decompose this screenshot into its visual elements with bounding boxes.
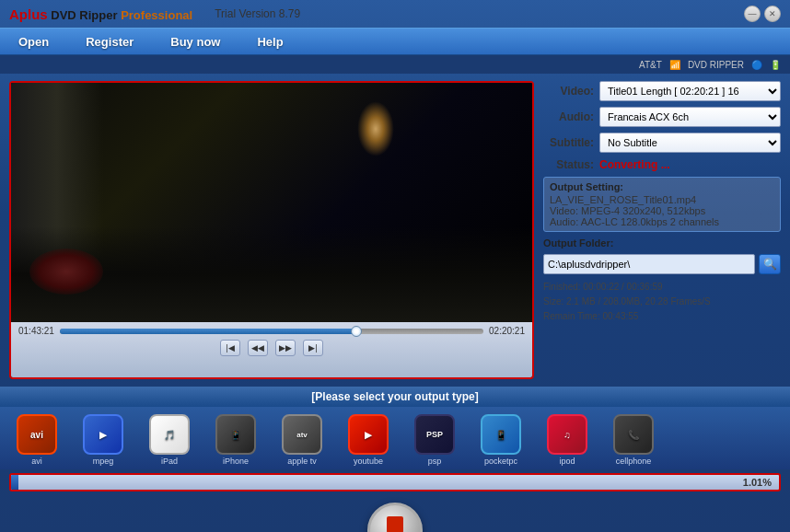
video-screen [11,83,532,322]
remain-stat: Remain Time: 00:43:55 [543,309,781,324]
progress-percent: 1.01% [743,477,772,488]
rewind-button[interactable]: ◀◀ [248,340,268,356]
video-progress-track[interactable] [60,329,483,334]
output-icons-row: avi avi ▶ mpeg 🎵 iPad 📱 iPhone atv apple… [0,407,790,469]
output-type-label: [Please select your output type] [311,390,478,403]
output-filename: LA_VIE_EN_ROSE_Title01.mp4 [550,194,774,205]
video-progress-thumb[interactable] [351,326,362,337]
output-icon-youtube[interactable]: ▶ youtube [341,414,396,466]
output-setting-title: Output Setting: [550,181,774,192]
output-folder-row: 🔍 [543,254,781,274]
progress-area: 1.01% [9,473,781,492]
subtitle-label: Subtitle: [543,136,594,149]
video-panel: 01:43:21 02:20:21 |◀ ◀◀ ▶▶ ▶| [9,81,534,379]
menu-help[interactable]: Help [257,35,283,49]
mpeg-label: mpeg [93,457,114,466]
scene-flowers [29,249,103,295]
output-setting-box: Output Setting: LA_VIE_EN_ROSE_Title01.m… [543,177,781,232]
output-icon-ipod[interactable]: ♫ ipod [540,414,595,466]
pocketpc-label: pocketpc [484,457,517,466]
subtitle-select[interactable]: No Subtitle [599,133,781,153]
output-icon-appletv[interactable]: atv apple tv [274,414,330,466]
start-time: 01:43:21 [18,326,54,336]
controls-row: |◀ ◀◀ ▶▶ ▶| [18,340,525,356]
status-top-bar: AT&T 📶 DVD RIPPER 🔵 🔋 [0,55,790,74]
browse-folder-button[interactable]: 🔍 [759,254,781,274]
output-video-spec: Video: MPEG-4 320x240, 512kbps [550,205,774,216]
menu-open[interactable]: Open [18,35,49,49]
folder-path-input[interactable] [543,254,755,274]
audio-select[interactable]: Francais ACX 6ch [599,107,781,127]
youtube-icon: ▶ [348,414,389,455]
psp-label: psp [428,457,442,466]
video-field-row: Video: Title01 Length [ 02:20:21 ] 16 [543,81,781,101]
ipad-label: iPad [161,457,178,466]
status-label: Status: [543,158,594,171]
end-time: 02:20:21 [489,326,525,336]
carrier-label: AT&T [639,60,662,70]
output-icon-avi[interactable]: avi avi [9,414,64,466]
stats-row: Finished: 00:00:22 / 00:36:59 Size: 2.1 … [543,280,781,324]
menu-buynow[interactable]: Buy now [170,35,220,49]
avi-icon: avi [17,414,57,455]
menu-register[interactable]: Register [86,35,134,49]
output-folder-label: Output Folder: [543,237,781,249]
youtube-label: youtube [354,457,383,466]
close-button[interactable]: ✕ [764,6,781,22]
player-controls: 01:43:21 02:20:21 |◀ ◀◀ ▶▶ ▶| [11,322,532,377]
device-label: DVD RIPPER [688,60,744,70]
size-stat: Size: 2.1 MB / 208.0MB, 20.28 Frames/S [543,295,781,309]
ipad-icon: 🎵 [149,414,190,455]
ipod-label: ipod [559,457,575,466]
psp-icon: PSP [414,414,455,455]
video-label: Video: [543,85,594,98]
time-bar-row: 01:43:21 02:20:21 [18,326,525,336]
output-icon-psp[interactable]: PSP psp [407,414,462,466]
window-controls: — ✕ [744,6,781,22]
appletv-label: apple tv [287,457,317,466]
video-scene [11,83,532,322]
pocketpc-icon: 📱 [481,414,521,455]
output-icon-mpeg[interactable]: ▶ mpeg [76,414,131,466]
minimize-button[interactable]: — [744,6,761,22]
audio-label: Audio: [543,110,594,123]
progress-bar-fill [11,475,18,490]
skip-to-end-button[interactable]: ▶| [303,340,323,356]
status-row: Status: Converting ... [543,158,781,171]
appletv-icon: atv [282,414,322,455]
play-pause-button[interactable]: ▶▶ [275,340,296,356]
video-progress-fill [60,329,356,334]
video-select[interactable]: Title01 Length [ 02:20:21 ] 16 [599,81,781,101]
finished-stat: Finished: 00:00:22 / 00:36:59 [543,280,781,295]
stop-area: STOP [0,495,790,532]
cellphone-label: cellphone [616,457,652,466]
output-type-bar: [Please select your output type] [0,387,790,407]
output-icon-pocketpc[interactable]: 📱 pocketpc [473,414,529,466]
title-area: Aplus DVD Ripper Professional Trial Vers… [9,6,300,22]
avi-label: avi [31,457,42,466]
bt-label: 🔵 [751,60,762,70]
ipod-icon: ♫ [547,414,587,455]
output-icon-ipad[interactable]: 🎵 iPad [142,414,197,466]
output-audio-spec: Audio: AAC-LC 128.0kbps 2 channels [550,216,774,227]
main-content: 01:43:21 02:20:21 |◀ ◀◀ ▶▶ ▶| Video: Tit… [0,74,790,387]
search-icon: 🔍 [763,258,777,271]
iphone-icon: 📱 [215,414,256,455]
iphone-label: iPhone [223,457,249,466]
cellphone-icon: 📞 [613,414,654,455]
subtitle-field-row: Subtitle: No Subtitle [543,133,781,153]
output-icon-cellphone[interactable]: 📞 cellphone [606,414,661,466]
right-panel: Video: Title01 Length [ 02:20:21 ] 16 Au… [543,81,781,379]
audio-field-row: Audio: Francais ACX 6ch [543,107,781,127]
stop-button[interactable]: STOP [367,503,423,532]
scene-light [357,101,394,156]
stop-icon [387,516,403,532]
title-bar: Aplus DVD Ripper Professional Trial Vers… [0,0,790,28]
wifi-icon: 📶 [669,60,680,70]
menu-bar: Open Register Buy now Help [0,28,790,55]
battery-icon: 🔋 [770,60,781,70]
mpeg-icon: ▶ [83,414,123,455]
skip-to-start-button[interactable]: |◀ [220,340,240,356]
output-icon-iphone[interactable]: 📱 iPhone [208,414,263,466]
trial-version: Trial Version 8.79 [215,7,300,20]
